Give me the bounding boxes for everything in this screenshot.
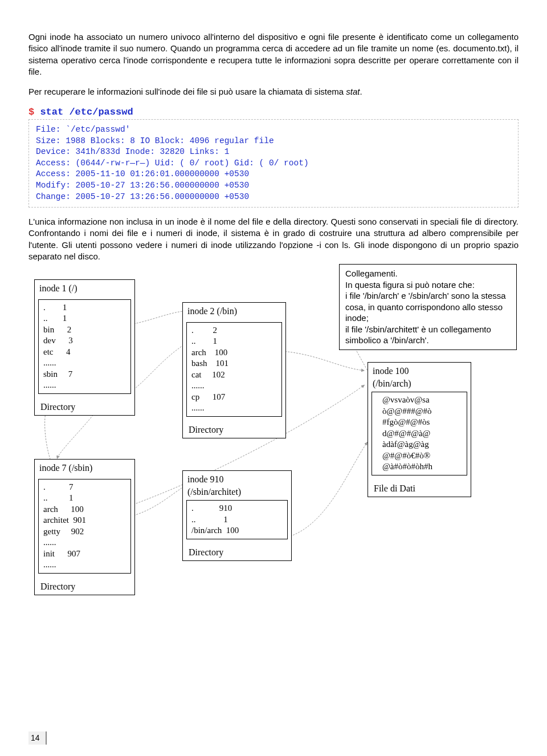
inode100-title: inode 100 (/bin/arch) [368,363,471,389]
command-line: $ stat /etc/passwd [28,106,519,119]
inode7-foot: Directory [35,578,134,595]
inode2-box: inode 2 (/bin) . 2 .. 1 arch 100 bash 10… [182,302,286,438]
inode1-box: inode 1 (/) . 1 .. 1 bin 2 dev 3 etc 4 .… [34,279,135,416]
paragraph-3: L'unica informazione non inclusa in un i… [28,216,519,262]
note-l4: il file '/sbin/architett' è un collegame… [345,324,511,346]
inode2-foot: Directory [183,421,285,438]
inode910-foot: Directory [183,544,291,561]
inode-diagram: Collegamenti. In questa figura si può no… [28,271,519,641]
note-collegamenti: Collegamenti. In questa figura si può no… [339,264,517,350]
inode2-title: inode 2 (/bin) [183,303,285,320]
paragraph-1: Ogni inode ha associato un numero univoc… [28,31,519,78]
inode910-title: inode 910 (/sbin/architet) [183,471,291,498]
para2-dot: . [360,87,362,96]
inode100-rows: @vsvaòv@sa ò@@###@#ò #fgò@#@#òs d@#@#@à@… [372,392,467,475]
command-text: stat /etc/passwd [40,107,133,117]
inode100-title-b: (/bin/arch) [373,377,466,390]
code-l6: Modify: 2005-10-27 13:26:56.000000000 +0… [36,181,249,190]
stat-output: File: `/etc/passwd' Size: 1988 Blocks: 8… [28,119,519,208]
inode100-box: inode 100 (/bin/arch) @vsvaòv@sa ò@@###@… [368,362,471,497]
code-l3: Device: 341h/833d Inode: 32820 Links: 1 [36,147,229,156]
inode1-title: inode 1 (/) [35,280,134,297]
prompt-dollar: $ [28,107,40,117]
note-l2: In questa figura si può notare che: [345,279,511,291]
inode7-title: inode 7 (/sbin) [35,460,134,477]
inode910-rows: . 910 .. 1 /bin/arch 100 [186,500,288,539]
code-l5: Access: 2005-11-10 01:26:01.000000000 +0… [36,169,249,178]
inode2-rows: . 2 .. 1 arch 100 bash 101 cat 102 .....… [186,322,282,417]
inode910-title-b: (/sbin/architet) [187,486,287,498]
paragraph-2: Per recuperare le informazioni sull'inod… [28,86,519,97]
inode100-foot: File di Dati [368,480,471,497]
para2-stat: stat [346,87,360,96]
code-l4: Access: (0644/-rw-r—r—) Uid: ( 0/ root) … [36,158,309,168]
inode1-rows: . 1 .. 1 bin 2 dev 3 etc 4 ...... sbin 7… [38,299,131,394]
code-l7: Change: 2005-10-27 13:26:56.000000000 +0… [36,192,249,201]
para2-text: Per recuperare le informazioni sull'inod… [28,87,346,96]
code-l1: File: `/etc/passwd' [36,125,130,134]
note-l3: i file '/bin/arch' e '/sbin/arch' sono l… [345,290,511,324]
inode1-foot: Directory [35,399,134,416]
inode7-rows: . 7 .. 1 arch 100 architet 901 getty 902… [38,479,131,574]
note-l1: Collegamenti. [345,268,511,279]
inode7-box: inode 7 (/sbin) . 7 .. 1 arch 100 archit… [34,459,135,595]
code-l2: Size: 1988 Blocks: 8 IO Block: 4096 regu… [36,136,274,145]
inode100-title-a: inode 100 [373,365,466,377]
inode910-title-a: inode 910 [187,473,287,486]
inode910-box: inode 910 (/sbin/architet) . 910 .. 1 /b… [182,470,292,561]
